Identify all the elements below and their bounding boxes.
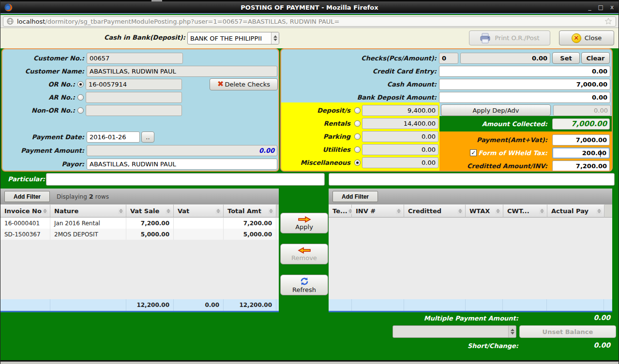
clear-button[interactable]: Clear — [581, 52, 610, 64]
table-row[interactable]: 16-0000401 Jan 2016 Rental 7,200.00 7,20… — [0, 218, 279, 229]
deposits-field[interactable]: 9,400.00 — [362, 105, 438, 116]
credit-card-label: Credit Card Entry: — [281, 68, 439, 75]
non-or-no-field[interactable] — [86, 105, 182, 116]
col-creditted[interactable]: Creditted — [404, 204, 466, 218]
applied-table: Add Filter Te... INV # Creditted WTAX CW… — [329, 189, 612, 312]
wheld-tax-checkbox[interactable]: ✓ — [470, 149, 477, 156]
col-vat[interactable]: Vat — [174, 204, 224, 218]
col-total-amt[interactable]: Total Amt — [224, 204, 276, 218]
apply-dep-adv-button[interactable]: Apply Dep/Adv — [441, 104, 551, 116]
customer-name-field[interactable]: ABASTILLAS, RUDWIN PAUL — [87, 66, 277, 77]
rentals-field[interactable]: 14,400.00 — [362, 118, 438, 129]
miscellaneous-label: Miscellaneous — [281, 159, 353, 166]
delete-checks-button[interactable]: ✖ Delete Checks — [210, 78, 278, 90]
wheld-tax-field[interactable]: 200.00 — [552, 147, 610, 159]
payment-amount-value: 0.00 — [259, 147, 274, 154]
ar-no-radio[interactable] — [77, 94, 84, 101]
sort-icon[interactable] — [495, 208, 501, 214]
remove-button[interactable]: Remove — [280, 244, 328, 264]
table-row[interactable]: SD-1500367 2MOS DEPOSIT 5,000.00 5,000.0… — [0, 229, 279, 240]
sort-icon[interactable] — [596, 208, 602, 214]
window-close-button[interactable]: x — [610, 4, 614, 11]
cell-nature: 2MOS DEPOSIT — [50, 229, 126, 240]
date-picker-button[interactable]: .. — [141, 131, 154, 143]
sort-icon[interactable] — [539, 208, 545, 214]
apply-dep-adv-field[interactable]: 0.00 — [553, 105, 611, 116]
particular-input-left[interactable] — [46, 173, 325, 186]
payor-field[interactable]: ABASTILLAS, RUDWIN PAUL — [87, 159, 277, 170]
col-inv[interactable]: INV # — [352, 204, 404, 218]
apply-dep-adv-label: Apply Dep/Adv — [472, 107, 519, 114]
add-filter-button-left[interactable]: Add Filter — [4, 191, 50, 202]
cell-total-amt: 5,000.00 — [224, 229, 276, 240]
cash-in-bank-select[interactable]: BANK OF THE PHILIPPII — [187, 32, 279, 44]
print-or-post-button[interactable]: Print O.R./Post — [469, 30, 550, 45]
col-invoice-no[interactable]: Invoice No — [0, 204, 50, 218]
rentals-radio[interactable] — [354, 120, 361, 127]
col-label: Vat Sale — [130, 207, 159, 215]
bank-deposit-label: Bank Deposit Amount: — [281, 94, 439, 101]
particular-input-right[interactable] — [329, 173, 615, 186]
maximize-button[interactable]: □ — [598, 4, 604, 11]
creditted-field[interactable]: 7,200.00 — [552, 160, 610, 172]
amount-collected-field[interactable]: 7,000.00 — [552, 118, 610, 130]
credit-card-value: 0.00 — [592, 68, 607, 75]
sort-icon[interactable] — [268, 208, 274, 214]
utilities-radio[interactable] — [354, 146, 361, 153]
creditted-label: Creditted Amount/INV: — [439, 162, 550, 170]
or-no-field[interactable]: 16-0057914 — [86, 79, 182, 90]
sort-icon[interactable] — [215, 208, 221, 214]
col-vat-sale[interactable]: Vat Sale — [126, 204, 174, 218]
multiple-payment-select[interactable] — [393, 325, 516, 338]
non-or-no-radio[interactable] — [77, 107, 84, 114]
col-cwt[interactable]: CWT... — [503, 204, 547, 218]
customer-name-label: Customer Name: — [2, 68, 87, 75]
miscellaneous-field[interactable]: 0.00 — [362, 157, 438, 168]
or-no-radio[interactable] — [77, 81, 84, 87]
apply-button[interactable]: Apply — [280, 213, 328, 233]
minimize-button[interactable]: _ — [589, 4, 591, 11]
ar-no-field[interactable] — [86, 92, 182, 103]
parking-field[interactable]: 0.00 — [362, 131, 438, 142]
customer-no-value: 00657 — [90, 55, 109, 62]
col-actual-pay[interactable]: Actual Pay — [547, 204, 604, 218]
payment-date-field[interactable]: 2016-01-26 — [87, 131, 140, 143]
col-label: Creditted — [408, 207, 441, 215]
payment-amount-field[interactable]: 0.00 — [87, 145, 277, 156]
sort-icon[interactable] — [118, 208, 124, 214]
add-filter-button-right[interactable]: Add Filter — [332, 191, 378, 202]
refresh-button[interactable]: Refresh — [280, 275, 328, 295]
parking-radio[interactable] — [354, 133, 361, 140]
apply-label: Apply — [295, 223, 313, 231]
payment-amt-vat-field[interactable]: 7,000.00 — [552, 134, 610, 146]
customer-no-field[interactable]: 00657 — [87, 53, 183, 64]
or-no-value: 16-0057914 — [89, 81, 127, 88]
cell-vat — [174, 218, 224, 229]
address-input[interactable]: localhost/dormitory/sg_tbarPaymentModule… — [3, 16, 616, 27]
multiple-payment-label: Multiple Payment Amount: — [325, 315, 518, 322]
col-nature[interactable]: Nature — [50, 204, 126, 218]
bank-deposit-field[interactable]: 0.00 — [439, 92, 610, 103]
unset-balance-button[interactable]: Unset Balance — [519, 325, 616, 338]
credit-card-field[interactable]: 0.00 — [439, 66, 610, 77]
col-wtax[interactable]: WTAX — [466, 204, 503, 218]
print-label: Print O.R./Post — [495, 34, 539, 42]
deposits-radio[interactable] — [354, 107, 361, 114]
col-te[interactable]: Te... — [329, 204, 352, 218]
miscellaneous-radio[interactable] — [354, 160, 361, 166]
checks-amount-field[interactable]: 0.00 — [460, 53, 550, 64]
checks-pcs-field[interactable]: 0 — [439, 53, 458, 64]
sort-icon[interactable] — [166, 208, 171, 214]
sort-icon[interactable] — [42, 208, 48, 214]
set-label: Set — [560, 55, 572, 62]
close-button[interactable]: ✕ Close — [559, 30, 614, 45]
utilities-field[interactable]: 0.00 — [362, 144, 438, 155]
set-button[interactable]: Set — [552, 52, 580, 64]
sort-icon[interactable] — [396, 208, 402, 214]
non-or-no-label: Non-OR No.: — [2, 107, 77, 114]
cash-amount-field[interactable]: 7,000.00 — [439, 79, 610, 90]
bookmark-star-icon[interactable] — [604, 17, 612, 25]
short-change-value: 0.00 — [533, 341, 610, 349]
amount-collected-label: Amount Collected: — [439, 120, 550, 128]
sort-icon[interactable] — [457, 208, 463, 214]
